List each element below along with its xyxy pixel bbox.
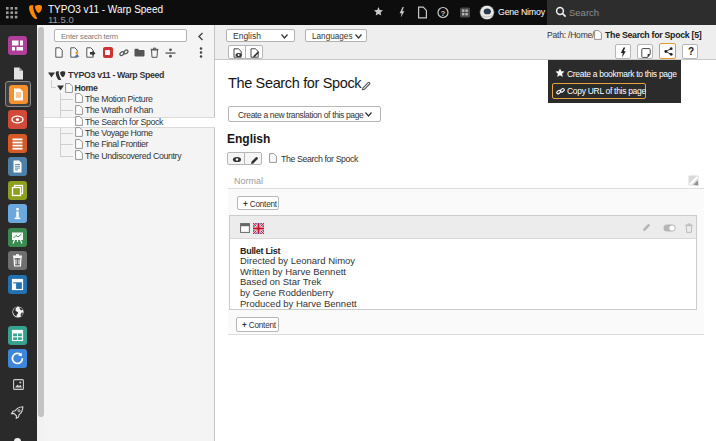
svg-text:?: ? [441, 9, 446, 18]
